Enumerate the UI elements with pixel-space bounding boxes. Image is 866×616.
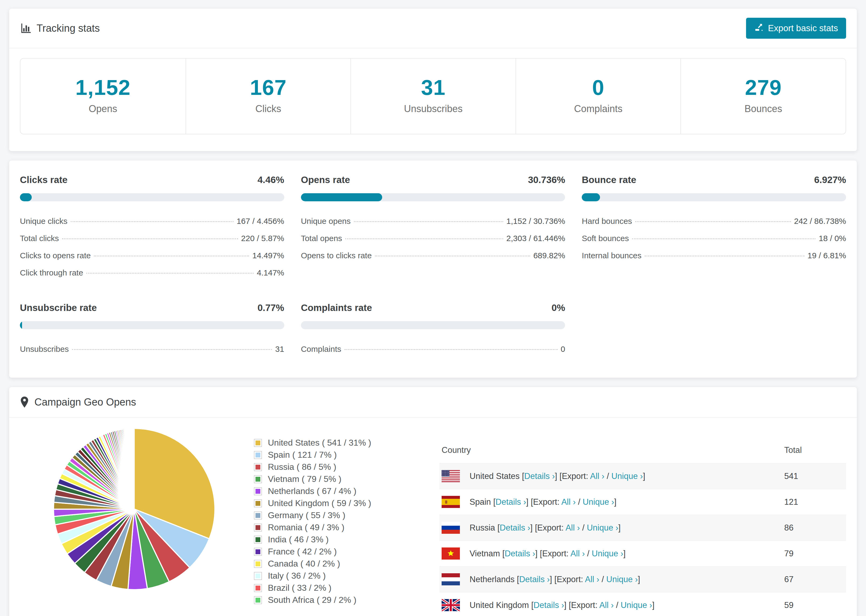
total-value: 541 (782, 464, 846, 489)
dotted-leader (354, 221, 503, 222)
geo-title: Campaign Geo Opens (35, 396, 136, 408)
legend-swatch (254, 572, 262, 580)
export-all-link-vn[interactable]: All › (570, 549, 585, 558)
dotted-leader (86, 273, 254, 273)
legend-swatch (254, 463, 262, 471)
geo-table-header-total: Total (782, 440, 846, 464)
rate-value: 30.736% (528, 174, 565, 185)
legend-swatch (254, 584, 262, 592)
export-unique-link-gb[interactable]: Unique › (621, 600, 652, 610)
legend-label: Brazil ( 33 / 2% ) (268, 583, 332, 593)
country-name: United Kingdom (469, 600, 529, 610)
dotted-leader (94, 256, 249, 256)
legend-label: South Africa ( 29 / 2% ) (268, 595, 356, 605)
legend-swatch (254, 596, 262, 604)
legend-item-italy: Italy ( 36 / 2% ) (254, 570, 405, 582)
geo-table-header-country: Country (439, 440, 782, 464)
export-prefix: Export: (557, 575, 585, 584)
dotted-leader (345, 238, 503, 239)
legend-item-india: India ( 46 / 3% ) (254, 533, 405, 545)
stat-value: 1,152 (23, 75, 183, 100)
slash-separator: / (614, 600, 621, 610)
export-unique-link-es[interactable]: Unique › (583, 497, 614, 507)
total-value: 121 (782, 489, 846, 515)
legend-swatch (254, 523, 262, 532)
total-value: 79 (782, 541, 846, 567)
tracking-stats-card: Tracking stats Export basic stats 1,152O… (9, 8, 857, 151)
export-all-link-gb[interactable]: All › (599, 600, 614, 610)
rate-detail-label: Hard bounces (582, 217, 632, 226)
rate-block-clicks-rate: Clicks rate4.46%Unique clicks167 / 4.456… (20, 174, 284, 281)
export-all-link-nl[interactable]: All › (585, 575, 599, 584)
export-all-link-ru[interactable]: All › (565, 523, 580, 533)
rate-block-opens-rate: Opens rate30.736%Unique opens1,152 / 30.… (301, 174, 565, 281)
geo-table-wrap: CountryTotalUnited States [Details ›] [E… (439, 440, 846, 616)
details-link-nl[interactable]: Details › (519, 575, 550, 584)
vn-flag-icon (442, 547, 460, 559)
bracket: ] (623, 549, 625, 558)
tracking-stats-title: Tracking stats (20, 23, 100, 34)
rate-progress-bar (301, 193, 565, 201)
geo-table-header-row: CountryTotal (439, 440, 846, 464)
dotted-leader (645, 256, 804, 256)
legend-item-south-africa: South Africa ( 29 / 2% ) (254, 594, 405, 606)
geo-table-row-ru: Russia [Details ›] [Export: All › / Uniq… (439, 515, 846, 541)
legend-swatch (254, 499, 262, 508)
slash-separator: / (585, 549, 592, 558)
geo-table-row-us: United States [Details ›] [Export: All ›… (439, 464, 846, 489)
legend-item-romania: Romania ( 49 / 3% ) (254, 522, 405, 533)
details-link-vn[interactable]: Details › (505, 549, 535, 558)
geo-title-wrap: Campaign Geo Opens (20, 396, 136, 408)
rate-detail-value: 18 / 0% (819, 234, 846, 243)
total-value: 86 (782, 515, 846, 541)
dotted-leader (71, 221, 233, 222)
rate-detail-label: Clicks to opens rate (20, 251, 91, 260)
rate-detail-value: 14.497% (252, 251, 284, 260)
details-link-es[interactable]: Details › (496, 497, 526, 507)
rate-detail-label: Click through rate (20, 268, 83, 277)
rate-detail-value: 4.147% (257, 268, 284, 277)
bracket: [ (500, 549, 505, 558)
dotted-leader (72, 349, 272, 350)
bracket: ] [ (531, 523, 537, 533)
export-basic-stats-button[interactable]: Export basic stats (746, 18, 846, 39)
geo-table-row-vn: Vietnam [Details ›] [Export: All › / Uni… (439, 541, 846, 567)
stat-cell-complaints: 0Complaints (516, 58, 681, 134)
export-button-label: Export basic stats (768, 23, 838, 33)
export-all-link-us[interactable]: All › (590, 471, 604, 481)
chart-bar-icon (20, 23, 31, 34)
export-all-link-es[interactable]: All › (561, 497, 576, 507)
export-unique-link-nl[interactable]: Unique › (606, 575, 638, 584)
details-link-ru[interactable]: Details › (500, 523, 531, 533)
total-value: 67 (782, 567, 846, 592)
rate-detail-label: Complaints (301, 344, 341, 354)
rate-detail-row: Internal bounces19 / 6.81% (582, 247, 846, 264)
stat-cell-bounces: 279Bounces (680, 58, 846, 134)
total-value: 59 (782, 592, 846, 616)
rate-title: Unsubscribe rate (20, 302, 97, 313)
stat-cell-clicks: 167Clicks (186, 58, 351, 134)
rate-detail-row: Unique clicks167 / 4.456% (20, 212, 284, 230)
legend-item-brazil: Brazil ( 33 / 2% ) (254, 582, 405, 594)
rate-detail-value: 689.82% (533, 251, 565, 260)
bracket: ] (638, 575, 640, 584)
export-unique-link-vn[interactable]: Unique › (592, 549, 623, 558)
export-unique-link-ru[interactable]: Unique › (587, 523, 618, 533)
us-flag-icon (442, 470, 460, 482)
country-name: Vietnam (469, 549, 500, 558)
details-link-us[interactable]: Details › (524, 471, 555, 481)
bracket: [ (491, 497, 495, 507)
legend-swatch (254, 475, 262, 483)
details-link-gb[interactable]: Details › (534, 600, 564, 610)
rate-block-bounce-rate: Bounce rate6.927%Hard bounces242 / 86.73… (582, 174, 846, 281)
dashboard-page: Tracking stats Export basic stats 1,152O… (0, 0, 866, 616)
slash-separator: / (599, 575, 606, 584)
rate-block-complaints-rate: Complaints rate0%Complaints0 (301, 302, 565, 358)
rate-detail-value: 31 (275, 344, 284, 354)
rate-progress-bar (301, 321, 565, 329)
rate-detail-value: 19 / 6.81% (808, 251, 846, 260)
export-unique-link-us[interactable]: Unique › (611, 471, 643, 481)
geo-pie-chart (52, 426, 217, 592)
rate-block-unsubscribe-rate: Unsubscribe rate0.77%Unsubscribes31 (20, 302, 284, 358)
legend-label: Romania ( 49 / 3% ) (268, 522, 345, 533)
